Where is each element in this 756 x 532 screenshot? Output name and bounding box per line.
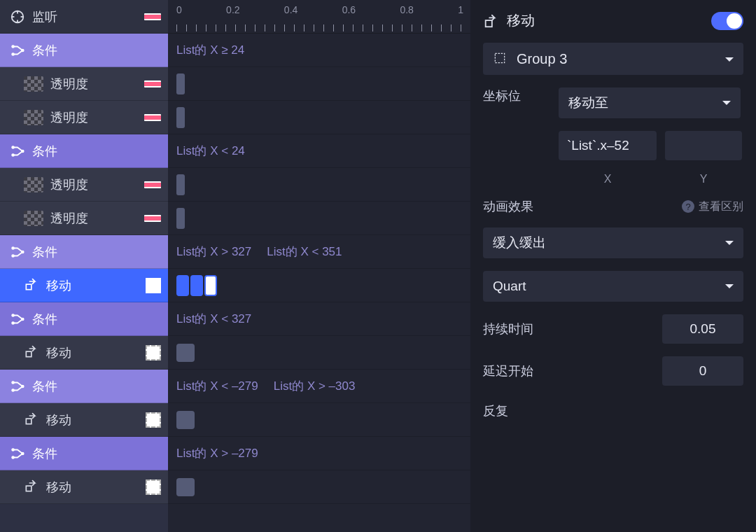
keyframe-handle[interactable] — [176, 208, 185, 229]
tl-cond-2[interactable]: List的 X < 24 — [168, 134, 470, 168]
tl-cond-5[interactable]: List的 X < –279List的 X > –303 — [168, 370, 470, 403]
curve-select[interactable]: Quart — [483, 271, 743, 302]
tl-handle-3[interactable] — [168, 168, 470, 202]
sidebar-move-4[interactable]: 移动 — [0, 470, 168, 504]
svg-point-13 — [22, 251, 24, 253]
keyframe-handle[interactable] — [176, 478, 195, 496]
sidebar-opacity-2[interactable]: 透明度 — [0, 101, 168, 134]
sidebar-item-label: 透明度 — [50, 176, 88, 193]
svg-point-24 — [12, 456, 14, 458]
move-icon — [24, 345, 39, 360]
sidebar-cond-3[interactable]: 条件 — [0, 235, 168, 269]
enable-toggle[interactable] — [711, 12, 743, 30]
sidebar-item-label: 移动 — [46, 412, 71, 428]
branch-icon — [10, 312, 25, 327]
svg-point-21 — [22, 385, 24, 387]
svg-point-23 — [12, 449, 14, 451]
tl-handle-7[interactable] — [168, 403, 470, 437]
ruler-tick-1: 0.2 — [226, 4, 239, 15]
easing-value: 缓入缓出 — [493, 234, 546, 252]
sidebar-item-label: 条件 — [32, 445, 57, 462]
svg-point-16 — [12, 322, 14, 324]
sidebar-cond-2[interactable]: 条件 — [0, 134, 168, 168]
svg-point-17 — [22, 318, 24, 320]
target-select[interactable]: Group 3 — [483, 43, 743, 75]
tl-handle-8[interactable] — [168, 470, 470, 504]
keyframe-handle[interactable] — [176, 174, 185, 195]
svg-point-25 — [22, 452, 24, 454]
x-input[interactable]: `List`.x–52 — [559, 131, 657, 160]
sidebar-cond-5[interactable]: 条件 — [0, 370, 168, 403]
ruler-tick-5: 1 — [458, 4, 463, 15]
chevron-down-icon — [722, 95, 731, 111]
anim-hint-link[interactable]: 查看区别 — [682, 200, 743, 214]
sidebar-cond-6[interactable]: 条件 — [0, 437, 168, 470]
sidebar-move-3[interactable]: 移动 — [0, 403, 168, 437]
header-status-bar — [144, 13, 161, 20]
ruler-tick-3: 0.6 — [342, 4, 356, 15]
sidebar-item-label: 透明度 — [50, 109, 88, 126]
sidebar-item-label: 移动 — [46, 479, 71, 496]
sidebar-opacity-1[interactable]: 透明度 — [0, 67, 168, 101]
coord-mode-select[interactable]: 移动至 — [559, 88, 741, 118]
condition-text: List的 X < 24 — [176, 143, 245, 159]
coord-row: 坐标位 移动至 `List`.x–52 X Y — [483, 88, 743, 186]
tl-cond-1[interactable]: List的 X ≥ 24 — [168, 34, 470, 67]
sidebar-item-label: 条件 — [32, 311, 57, 328]
sidebar-item-label: 移动 — [46, 344, 71, 361]
x-axis-label: X — [559, 173, 657, 186]
tl-cond-3[interactable]: List的 X > 327List的 X < 351 — [168, 235, 470, 269]
sidebar-header[interactable]: 监听 — [0, 0, 168, 34]
checker-icon — [24, 110, 43, 125]
timeline-ruler[interactable]: 0 0.2 0.4 0.6 0.8 1 — [168, 0, 470, 34]
svg-point-6 — [12, 53, 14, 55]
svg-point-11 — [12, 247, 14, 249]
keyframe-range[interactable] — [176, 275, 217, 296]
sidebar-item-label: 条件 — [32, 378, 57, 395]
condition-text: List的 X > –303 — [274, 378, 356, 394]
tl-cond-6[interactable]: List的 X > –279 — [168, 437, 470, 470]
sidebar-opacity-3[interactable]: 透明度 — [0, 168, 168, 202]
y-axis-label: Y — [665, 173, 742, 186]
branch-icon — [10, 144, 25, 159]
keyframe-handle[interactable] — [176, 411, 195, 429]
ruler-tick-4: 0.8 — [400, 4, 413, 15]
duration-input[interactable]: 0.05 — [662, 314, 743, 344]
coord-label: 坐标位 — [483, 88, 550, 104]
keyframe-handle[interactable] — [176, 107, 185, 128]
svg-rect-27 — [486, 20, 492, 27]
group-icon — [493, 51, 508, 66]
chevron-down-icon — [725, 51, 734, 67]
condition-text: List的 X < 327 — [176, 311, 251, 327]
svg-point-20 — [12, 389, 14, 391]
tl-handle-2[interactable] — [168, 101, 470, 134]
tl-handle-5[interactable] — [168, 269, 470, 302]
trigger-icon — [10, 9, 25, 24]
tl-handle-6[interactable] — [168, 336, 470, 370]
svg-point-5 — [12, 46, 14, 48]
svg-point-10 — [22, 150, 24, 152]
sidebar-move-1[interactable]: 移动 — [0, 269, 168, 302]
sidebar-item-label: 条件 — [32, 143, 57, 160]
delay-input[interactable]: 0 — [662, 356, 743, 386]
keyframe-handle[interactable] — [176, 344, 195, 362]
tl-cond-4[interactable]: List的 X < 327 — [168, 302, 470, 336]
svg-rect-14 — [26, 284, 31, 290]
move-icon — [483, 13, 498, 29]
branch-icon — [10, 43, 25, 58]
tl-handle-1[interactable] — [168, 67, 470, 101]
sidebar-opacity-4[interactable]: 透明度 — [0, 202, 168, 235]
tl-handle-4[interactable] — [168, 202, 470, 235]
sidebar-cond-1[interactable]: 条件 — [0, 34, 168, 67]
chevron-down-icon — [725, 235, 734, 251]
easing-select[interactable]: 缓入缓出 — [483, 227, 743, 258]
sidebar-move-2[interactable]: 移动 — [0, 336, 168, 370]
y-input[interactable] — [665, 131, 742, 160]
keyframe-handle[interactable] — [176, 74, 185, 94]
move-icon — [24, 479, 39, 495]
sidebar-cond-4[interactable]: 条件 — [0, 302, 168, 336]
ruler-tick-2: 0.4 — [284, 4, 298, 15]
checker-icon — [24, 211, 43, 226]
repeat-row: 反复 — [483, 402, 743, 419]
duration-row: 持续时间 0.05 — [483, 314, 743, 344]
